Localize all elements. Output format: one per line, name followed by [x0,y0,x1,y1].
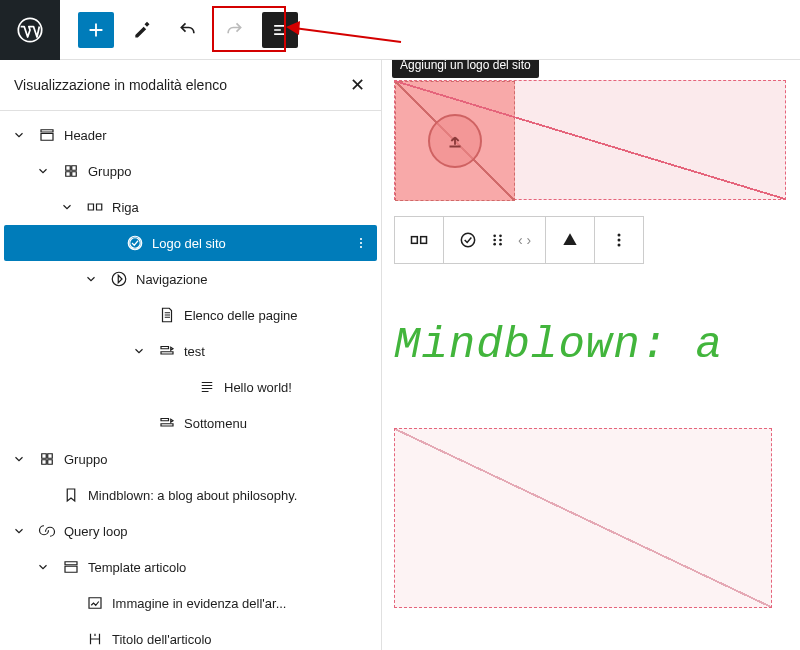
svg-point-12 [499,235,502,238]
block-type-row-button[interactable] [395,217,444,263]
tree-item-label: Navigazione [136,272,208,287]
site-logo-block[interactable]: Aggiungi un logo del sito [395,81,515,201]
expand-toggle[interactable] [12,524,36,538]
tree-item[interactable]: Sottomenu [4,405,377,441]
svg-point-5 [360,246,362,248]
list-view-button[interactable] [262,12,298,48]
tree-item-label: Gruppo [88,164,131,179]
svg-point-16 [618,239,621,242]
post-template-icon [60,558,82,576]
block-parent-logo-button[interactable]: ‹ › [444,217,546,263]
tree-item-label: Hello world! [224,380,292,395]
tree-item-label: Template articolo [88,560,186,575]
svg-rect-6 [412,237,418,244]
expand-toggle[interactable] [12,128,36,142]
submenu-icon [156,414,178,432]
expand-toggle[interactable] [84,272,108,286]
site-logo-tooltip: Aggiungi un logo del sito [392,60,539,78]
post-title-icon [84,630,106,648]
svg-point-17 [618,244,621,247]
tree-item-label: Query loop [64,524,128,539]
svg-point-3 [360,238,362,240]
svg-point-13 [499,239,502,242]
tree-item[interactable]: Elenco delle pagine [4,297,377,333]
tree-item-label: Sottomenu [184,416,247,431]
list-view-panel: Visualizzazione in modalità elenco ✕ Hea… [0,60,382,650]
svg-point-15 [618,234,621,237]
tree-item[interactable]: Gruppo [4,153,377,189]
redo-button[interactable] [216,12,252,48]
tree-item-label: Elenco delle pagine [184,308,297,323]
query-loop-icon [36,522,58,540]
expand-toggle[interactable] [36,164,60,178]
tree-item[interactable]: Immagine in evidenza dell'ar... [4,585,377,621]
svg-point-4 [360,242,362,244]
site-logo-icon [124,234,146,252]
edit-mode-button[interactable] [124,12,160,48]
expand-toggle[interactable] [132,344,156,358]
tree-item-label: Immagine in evidenza dell'ar... [112,596,286,611]
top-toolbar [0,0,800,60]
paragraph-icon [196,378,218,396]
list-view-title: Visualizzazione in modalità elenco [14,77,227,93]
svg-rect-7 [421,237,427,244]
svg-point-9 [493,235,496,238]
tree-item[interactable]: Riga [4,189,377,225]
expand-toggle[interactable] [12,452,36,466]
tree-item-label: Gruppo [64,452,107,467]
tree-item-label: Titolo dell'articolo [112,632,212,647]
header-icon [36,126,58,144]
tree-item-label: Riga [112,200,139,215]
row-icon [84,198,106,216]
row-placeholder[interactable]: Aggiungi un logo del sito [394,80,786,200]
tree-item-label: Header [64,128,107,143]
close-panel-button[interactable]: ✕ [350,74,365,96]
tree-item-label: Mindblown: a blog about philosophy. [88,488,297,503]
group-icon [36,450,58,468]
expand-toggle[interactable] [60,200,84,214]
wordpress-logo[interactable] [0,0,60,60]
tree-item[interactable]: Navigazione [4,261,377,297]
drag-handle-icon[interactable] [488,230,508,250]
editor-canvas: Aggiungi un logo del sito ‹ › Mind [382,60,800,650]
tree-item-label: Logo del sito [152,236,226,251]
block-more-options-button[interactable] [595,217,643,263]
site-heading[interactable]: Mindblown: a [394,320,800,370]
block-toolbar: ‹ › [394,216,644,264]
expand-toggle[interactable] [36,560,60,574]
tree-item[interactable]: Logo del sito [4,225,377,261]
block-align-button[interactable] [546,217,595,263]
bookmark-icon [60,486,82,504]
svg-point-11 [493,243,496,246]
tree-item[interactable]: Hello world! [4,369,377,405]
tree-item[interactable]: Header [4,117,377,153]
tree-item[interactable]: Titolo dell'articolo [4,621,377,650]
block-tree: HeaderGruppoRigaLogo del sitoNavigazione… [0,111,381,650]
upload-icon[interactable] [428,114,482,168]
submenu-icon [156,342,178,360]
add-block-button[interactable] [78,12,114,48]
tree-item[interactable]: Mindblown: a blog about philosophy. [4,477,377,513]
list-view-header: Visualizzazione in modalità elenco ✕ [0,60,381,111]
tree-item[interactable]: test [4,333,377,369]
tree-item[interactable]: Query loop [4,513,377,549]
svg-point-8 [461,233,474,246]
tree-item-label: test [184,344,205,359]
featured-image-icon [84,594,106,612]
svg-point-14 [499,243,502,246]
tree-item[interactable]: Gruppo [4,441,377,477]
svg-point-10 [493,239,496,242]
featured-image-placeholder[interactable] [394,428,772,608]
move-arrows-icon[interactable]: ‹ › [518,232,531,248]
navigation-icon [108,270,130,288]
tree-item-more-button[interactable] [353,235,369,251]
page-list-icon [156,306,178,324]
tree-item[interactable]: Template articolo [4,549,377,585]
undo-button[interactable] [170,12,206,48]
group-icon [60,162,82,180]
